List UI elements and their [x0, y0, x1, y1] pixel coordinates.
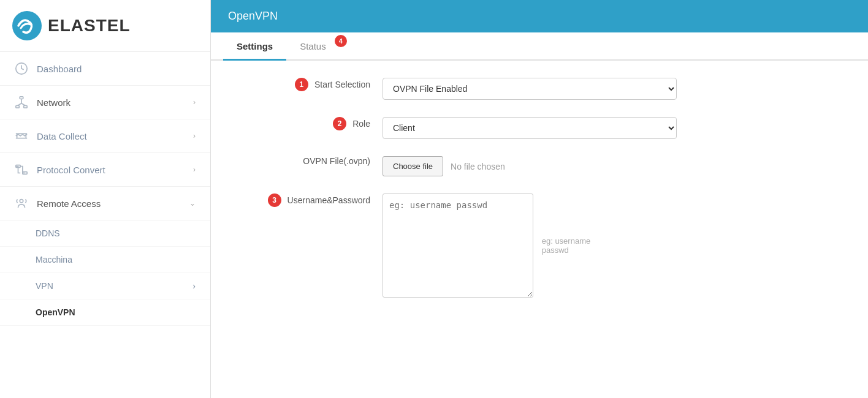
- sidebar-item-remote-access[interactable]: Remote Access ⌄: [0, 187, 210, 220]
- nav-items: Dashboard Network › Data Collect ›: [0, 52, 210, 398]
- sidebar-item-dashboard-label: Dashboard: [37, 64, 196, 74]
- sidebar-item-protocol-convert[interactable]: Protocol Convert ›: [0, 153, 210, 187]
- openvpn-label: OpenVPN: [36, 307, 75, 317]
- logo-area: ELASTEL: [0, 0, 210, 52]
- svg-rect-4: [24, 106, 27, 108]
- vpn-label: VPN: [36, 281, 53, 291]
- sidebar-item-dashboard[interactable]: Dashboard: [0, 52, 210, 86]
- sidebar-item-vpn[interactable]: VPN ›: [0, 273, 210, 299]
- network-chevron-icon: ›: [193, 98, 196, 107]
- protocol-convert-chevron-icon: ›: [193, 165, 196, 174]
- logo-text: ELASTEL: [48, 16, 131, 36]
- vpn-chevron-icon: ›: [192, 281, 196, 291]
- form-area: 1 Start Selection OVPN File Enabled Disa…: [211, 78, 868, 298]
- start-selection-select[interactable]: OVPN File Enabled Disabled Enabled: [383, 78, 677, 100]
- svg-rect-3: [16, 106, 20, 108]
- sidebar-item-network[interactable]: Network ›: [0, 86, 210, 119]
- remote-access-chevron-icon: ⌄: [189, 199, 196, 208]
- macchina-label: Macchina: [36, 255, 72, 265]
- start-selection-control: OVPN File Enabled Disabled Enabled: [383, 78, 677, 100]
- sidebar-item-protocol-convert-label: Protocol Convert: [37, 165, 185, 175]
- username-password-row: 3 Username&Password eg: username passwd: [235, 193, 843, 298]
- ovpn-file-row: OVPN File(.ovpn) Choose file No file cho…: [235, 156, 843, 176]
- network-icon: [15, 96, 28, 109]
- username-password-textarea[interactable]: [383, 193, 533, 298]
- sidebar: ELASTEL Dashboard Network › Data C: [0, 0, 211, 398]
- step3-badge: 3: [268, 193, 281, 207]
- sidebar-item-ddns[interactable]: DDNS: [0, 220, 210, 247]
- sidebar-item-openvpn[interactable]: OpenVPN: [0, 299, 210, 326]
- svg-point-12: [20, 200, 23, 203]
- role-label-area: 2 Role: [235, 117, 370, 130]
- data-collect-chevron-icon: ›: [193, 132, 196, 140]
- start-selection-label-area: 1 Start Selection: [235, 78, 370, 91]
- role-label: Role: [352, 119, 370, 129]
- page-header: OpenVPN: [211, 0, 868, 32]
- svg-point-0: [12, 11, 42, 40]
- role-row: 2 Role Client Server: [235, 117, 843, 139]
- start-selection-row: 1 Start Selection OVPN File Enabled Disa…: [235, 78, 843, 100]
- data-collect-icon: [15, 129, 28, 143]
- tab-status-label: Status: [300, 41, 326, 51]
- svg-line-6: [18, 103, 21, 106]
- step1-badge: 1: [295, 78, 308, 91]
- role-select[interactable]: Client Server: [383, 117, 677, 139]
- sidebar-item-network-label: Network: [37, 97, 185, 108]
- sidebar-item-macchina[interactable]: Macchina: [0, 247, 210, 273]
- sidebar-item-data-collect[interactable]: Data Collect ›: [0, 119, 210, 153]
- step2-badge: 2: [333, 117, 346, 130]
- status-badge: 4: [335, 35, 347, 47]
- sidebar-item-remote-access-label: Remote Access: [37, 198, 181, 209]
- textarea-hint: eg: username passwd: [542, 236, 595, 255]
- ovpn-file-control: Choose file No file chosen: [383, 156, 677, 176]
- ovpn-file-label: OVPN File(.ovpn): [303, 156, 370, 166]
- page-title: OpenVPN: [228, 10, 278, 22]
- elastel-logo-icon: [12, 11, 42, 40]
- page-body: Settings Status 4 1 Start Selection OVPN…: [211, 32, 868, 398]
- protocol-convert-icon: [15, 163, 28, 176]
- choose-file-button[interactable]: Choose file: [383, 156, 443, 176]
- dashboard-icon: [15, 62, 28, 75]
- tab-settings-label: Settings: [237, 41, 273, 51]
- remote-access-icon: [15, 197, 28, 210]
- svg-line-7: [21, 103, 25, 106]
- role-control: Client Server: [383, 117, 677, 139]
- username-password-label: Username&Password: [287, 195, 370, 205]
- main-content: OpenVPN Settings Status 4 1 Start Select…: [211, 0, 868, 398]
- username-password-label-area: 3 Username&Password: [235, 193, 370, 207]
- start-selection-label: Start Selection: [314, 80, 370, 89]
- tab-settings[interactable]: Settings: [223, 32, 286, 61]
- username-password-control: eg: username passwd: [383, 193, 595, 298]
- no-file-text: No file chosen: [451, 162, 505, 171]
- tabs-bar: Settings Status 4: [211, 32, 868, 61]
- svg-rect-2: [20, 97, 23, 99]
- sidebar-item-data-collect-label: Data Collect: [37, 131, 185, 141]
- ddns-label: DDNS: [36, 228, 60, 238]
- ovpn-file-label-area: OVPN File(.ovpn): [235, 156, 370, 166]
- tab-status[interactable]: Status 4: [286, 32, 348, 61]
